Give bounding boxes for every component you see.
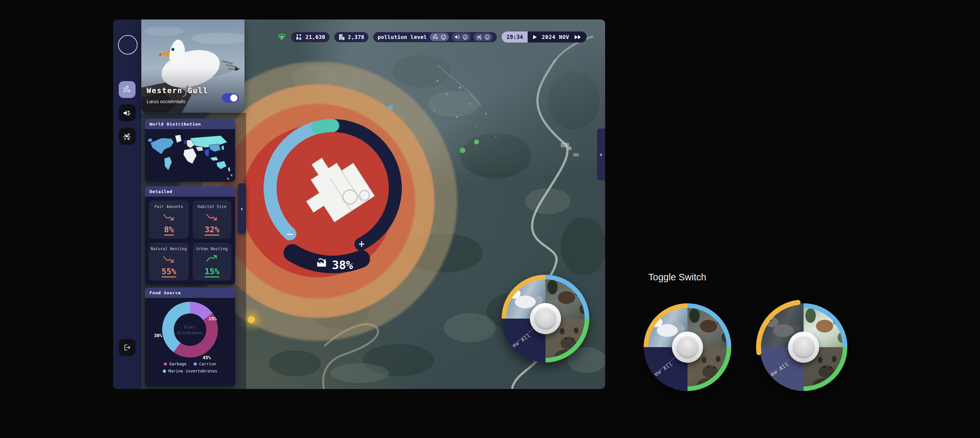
world-distribution-header: World Distribution <box>145 119 235 129</box>
stat-value: 8% <box>164 225 174 236</box>
wind-icon <box>123 86 131 93</box>
gauge-cap <box>318 126 333 127</box>
legend-label: Garbage <box>169 362 186 366</box>
legend-garbage: Garbage <box>164 362 186 366</box>
noise-pollution-indicator[interactable] <box>452 33 471 41</box>
speaker-noise-icon <box>454 34 460 40</box>
people-icon <box>296 34 302 40</box>
sidebar-noise-pollution-button[interactable] <box>119 105 135 121</box>
avatar[interactable] <box>118 35 137 54</box>
stat-natural-nesting[interactable]: Natural Nesting 55% <box>149 243 189 281</box>
pollution-level-label: pollution level <box>377 34 427 40</box>
app-window: − + 38% View All × <box>113 19 605 389</box>
radial-knob-face <box>676 336 699 358</box>
legend-dot-garbage <box>164 362 167 366</box>
donut-center-line2: Breakdown <box>177 330 203 335</box>
radial-knob-face <box>534 307 557 330</box>
soil-pollution-indicator[interactable] <box>474 33 493 41</box>
detailed-card: Detailed Pair Amounts 8% Habitat Size <box>145 186 235 285</box>
food-source-card: Food Source Diet Breakdown 15% 45% 30% <box>145 287 235 386</box>
map-marker-green-2[interactable] <box>474 140 479 144</box>
logout-icon <box>123 344 131 351</box>
stat-value: 15% <box>205 267 219 277</box>
stat-label: Habitat Size <box>197 204 226 209</box>
legend-label: Marine invertebrates <box>168 369 217 373</box>
species-radial-menu[interactable]: View All × <box>502 275 589 362</box>
world-distribution-card: World Distribution <box>145 119 235 182</box>
legend-marine-invertebrates: Marine invertebrates <box>163 369 217 373</box>
buildings-stat[interactable]: 2,378 <box>334 32 369 42</box>
chevron-left-icon: ‹ <box>240 205 243 212</box>
factory-footprint[interactable] <box>291 145 374 229</box>
stat-value: 55% <box>162 267 176 277</box>
soil-pesticide-icon <box>123 132 132 140</box>
world-map <box>145 129 235 182</box>
radial-knob-face <box>792 336 815 358</box>
food-source-body: Diet Breakdown 15% 45% 30% Garbage <box>145 298 235 386</box>
species-name: Western Gull <box>146 86 208 95</box>
radial-knob[interactable] <box>788 331 819 363</box>
speaker-noise-icon <box>123 109 131 116</box>
donut-center-line1: Diet <box>184 325 196 329</box>
buildings-value: 2,378 <box>348 34 364 40</box>
food-source-header: Food Source <box>145 287 235 298</box>
map-marker-green-1[interactable] <box>460 148 465 153</box>
face-neutral-icon <box>441 34 446 40</box>
stat-pair-amounts[interactable]: Pair Amounts 8% <box>149 201 189 239</box>
population-value: 21,630 <box>305 34 325 40</box>
clock-display: 19:34 <box>502 32 527 43</box>
gauge-minus-button[interactable]: − <box>287 228 293 241</box>
sidebar-rail <box>113 19 141 389</box>
fast-forward-icon[interactable] <box>574 35 581 40</box>
play-icon[interactable] <box>533 35 537 40</box>
top-status-bar: 21,630 2,378 pollution level <box>277 31 587 43</box>
legend-label: Carrion <box>199 362 216 366</box>
species-photo-card: Western Gull Larus occidentalis <box>142 19 245 113</box>
building-icon <box>339 34 345 40</box>
right-panel-tab[interactable]: ‹ <box>597 129 605 180</box>
gauge-plus-button[interactable]: + <box>358 237 365 250</box>
stat-label: Pair Amounts <box>154 204 183 209</box>
stat-label: Urban Nesting <box>196 247 228 251</box>
toggle-switch-example-alt[interactable]: View All × <box>760 303 847 391</box>
stat-value: 32% <box>205 225 219 236</box>
stat-label: Natural Nesting <box>151 247 187 251</box>
face-sad-icon <box>463 34 468 40</box>
gauge-value-label: 38% <box>332 258 353 272</box>
pollution-gauge: − + 38% <box>235 91 430 285</box>
stat-urban-nesting[interactable]: Urban Nesting 15% <box>192 243 231 281</box>
air-pollution-indicator[interactable] <box>430 33 449 41</box>
diet-legend: Garbage Carrion Marine invertebrates <box>145 362 235 373</box>
trend-down-icon <box>205 212 219 221</box>
legend-carrion: Carrion <box>194 362 216 366</box>
screen: − + 38% View All × <box>0 0 980 438</box>
chevron-left-icon: ‹ <box>599 151 603 158</box>
species-scientific-name: Larus occidentalis <box>146 99 186 104</box>
trend-up-icon <box>205 254 219 263</box>
world-distribution-map[interactable] <box>145 129 235 182</box>
pollution-level-group: pollution level <box>373 32 497 42</box>
donut-label-garbage: 45% <box>203 355 211 360</box>
diet-donut-chart[interactable]: Diet Breakdown <box>162 302 218 358</box>
examples-heading: Toggle Switch <box>648 272 706 283</box>
sidebar-air-pollution-button[interactable] <box>119 81 135 98</box>
species-toggle[interactable] <box>222 94 239 102</box>
toggle-switch-example-default[interactable]: View All × <box>644 303 731 391</box>
sidebar-soil-pollution-button[interactable] <box>119 128 135 145</box>
radial-knob[interactable] <box>672 331 703 363</box>
detailed-header: Detailed <box>145 186 235 197</box>
eco-signal-icon <box>277 33 286 41</box>
expand-icon[interactable] <box>228 175 232 179</box>
radial-knob[interactable] <box>530 303 561 334</box>
map-marker-yellow-glow[interactable] <box>248 316 255 323</box>
date-controls: 2024 NOV <box>528 32 587 43</box>
logout-button[interactable] <box>119 339 135 356</box>
trend-down-icon <box>162 254 176 263</box>
wind-icon <box>432 34 439 40</box>
date-display: 2024 NOV <box>542 34 570 40</box>
panel-collapse-tab[interactable]: ‹ <box>238 183 246 234</box>
population-stat[interactable]: 21,630 <box>291 32 329 42</box>
stat-habitat-size[interactable]: Habitat Size 32% <box>192 201 231 239</box>
time-controls: 19:34 2024 NOV <box>502 32 586 43</box>
legend-dot-marine <box>163 370 166 373</box>
